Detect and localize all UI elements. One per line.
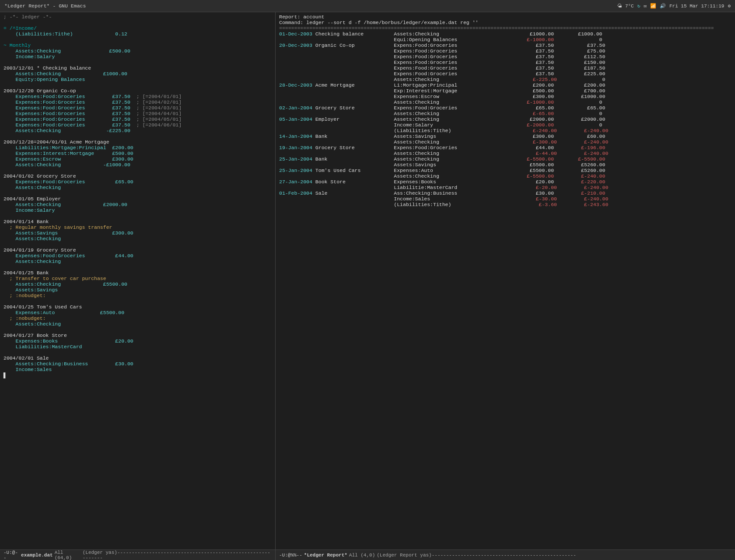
settings-icon: ⚙ (728, 3, 731, 9)
right-position: All (4,0) (349, 553, 375, 558)
title-bar-right: 🌤 7°C ↻ ✉ 📶 🔊 Fri 15 Mar 17:11:19 ⚙ (617, 3, 731, 9)
left-mode: -U:@-- (4, 550, 19, 560)
right-mode2: (Ledger Report yas)---------------------… (377, 553, 576, 558)
left-content: ; -*- ledger -*- = /^Income/ (Liabilitie… (4, 14, 272, 378)
left-position: All (64,0) (55, 550, 81, 560)
mail-icon: ✉ (644, 3, 647, 9)
sound-icon: 🔊 (660, 3, 666, 9)
reload-icon: ↻ (637, 3, 640, 9)
signal-icon: 📶 (650, 3, 656, 9)
left-pane[interactable]: ; -*- ledger -*- = /^Income/ (Liabilitie… (0, 12, 276, 550)
status-bar-right: -U:@%%-- *Ledger Report* All (4,0) (Ledg… (276, 550, 735, 560)
main-container: ; -*- ledger -*- = /^Income/ (Liabilitie… (0, 12, 735, 550)
status-bar: -U:@-- example.dat All (64,0) (Ledger ya… (0, 550, 735, 560)
title-bar: *Ledger Report* - GNU Emacs 🌤 7°C ↻ ✉ 📶 … (0, 0, 735, 12)
right-header: Report: account Command: ledger --sort d… (279, 14, 732, 207)
left-filename: example.dat (21, 553, 53, 558)
right-filename: *Ledger Report* (304, 553, 347, 558)
weather-display: 🌤 7°C (617, 3, 634, 9)
left-mode2: (Ledger yas)----------------------------… (83, 550, 272, 560)
status-bar-left: -U:@-- example.dat All (64,0) (Ledger ya… (0, 550, 276, 560)
time-display: Fri 15 Mar 17:11:19 (669, 4, 724, 9)
right-pane[interactable]: Report: account Command: ledger --sort d… (276, 12, 735, 550)
window-title: *Ledger Report* - GNU Emacs (4, 3, 86, 9)
right-mode: -U:@%%-- (279, 553, 302, 558)
